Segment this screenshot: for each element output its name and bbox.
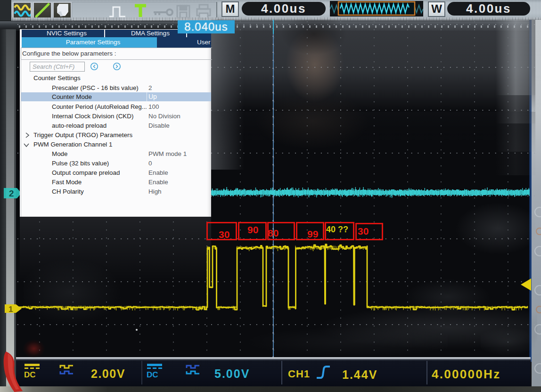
svg-text:2: 2 [9,188,14,198]
svg-text:1: 1 [8,305,13,314]
svg-text:DC: DC [147,370,158,379]
